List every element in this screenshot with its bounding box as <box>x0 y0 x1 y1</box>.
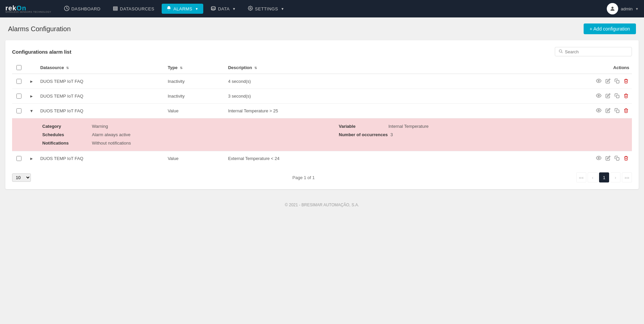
nav-data[interactable]: DATA ▼ <box>206 4 240 14</box>
col-header-type: Type ⇅ <box>165 62 225 74</box>
detail-occurrences: Number of occurrences 3 <box>339 132 625 137</box>
dashboard-icon <box>64 6 69 12</box>
delete-button[interactable] <box>623 78 629 85</box>
row-datasource: DUOS TEMP IoT FAQ <box>38 104 165 118</box>
nav-alarms[interactable]: ALARMS ▼ <box>162 4 203 14</box>
row-checkbox[interactable] <box>16 156 21 161</box>
footer-text: © 2021 - BRESIMAR AUTOMAÇÃO, S.A. <box>285 203 359 207</box>
alarms-icon <box>166 6 171 12</box>
last-page-button[interactable]: »» <box>622 172 632 182</box>
col-header-datasource: Datasource ⇅ <box>38 62 165 74</box>
alarms-table: Datasource ⇅ Type ⇅ Description ⇅ Action… <box>12 62 632 166</box>
svg-point-13 <box>598 110 599 111</box>
expand-button[interactable]: ► <box>28 78 35 85</box>
edit-button[interactable] <box>605 107 611 115</box>
table-row: ► DUOS TEMP IoT FAQ Inactivity 3 second(… <box>12 89 632 104</box>
notifications-label: Notifications <box>42 141 89 146</box>
expand-button[interactable]: ▼ <box>28 108 35 114</box>
table-body: ► DUOS TEMP IoT FAQ Inactivity 4 second(… <box>12 74 632 166</box>
svg-point-7 <box>559 50 562 52</box>
svg-rect-2 <box>113 8 117 9</box>
row-description: External Temperature < 24 <box>225 151 592 166</box>
nav-settings[interactable]: SETTINGS ▼ <box>243 4 289 14</box>
col-header-actions: Actions <box>592 62 632 74</box>
col-header-description: Description ⇅ <box>225 62 592 74</box>
svg-line-8 <box>561 52 562 53</box>
schedules-label: Schedules <box>42 132 89 137</box>
edit-button[interactable] <box>605 155 611 162</box>
svg-rect-14 <box>616 110 619 112</box>
nav-dashboard[interactable]: DASHBOARD <box>59 4 105 14</box>
nav-datasources[interactable]: DATASOURCES <box>108 4 159 14</box>
settings-icon <box>248 6 253 12</box>
row-type: Inactivity <box>165 89 225 104</box>
copy-button[interactable] <box>614 93 620 100</box>
svg-point-15 <box>598 157 599 159</box>
view-button[interactable] <box>595 155 602 162</box>
row-checkbox[interactable] <box>16 79 21 84</box>
svg-point-6 <box>611 7 613 9</box>
data-dropdown-icon: ▼ <box>232 7 236 11</box>
expanded-content: Category Warning Variable Internal Tempe… <box>12 118 632 151</box>
delete-button[interactable] <box>623 155 629 162</box>
search-input[interactable] <box>565 49 628 54</box>
copy-button[interactable] <box>614 107 620 115</box>
category-value: Warning <box>92 124 108 129</box>
user-dropdown-icon[interactable]: ▼ <box>635 7 639 11</box>
nav-dashboard-label: DASHBOARD <box>71 6 101 11</box>
row-checkbox[interactable] <box>16 94 21 99</box>
occurrences-label: Number of occurrences <box>339 132 388 137</box>
expanded-detail-row: Category Warning Variable Internal Tempe… <box>12 118 632 151</box>
schedules-value: Alarm always active <box>92 132 130 137</box>
svg-rect-1 <box>113 7 117 8</box>
alarms-dropdown-icon: ▼ <box>195 7 199 11</box>
category-label: Category <box>42 124 89 129</box>
search-icon <box>558 49 563 54</box>
table-row: ► DUOS TEMP IoT FAQ Inactivity 4 second(… <box>12 74 632 89</box>
select-all-checkbox[interactable] <box>16 65 21 70</box>
detail-variable: Variable Internal Temperature <box>339 124 625 129</box>
svg-point-4 <box>211 6 215 8</box>
page-1-button[interactable]: 1 <box>599 172 609 182</box>
expand-button[interactable]: ► <box>28 93 35 99</box>
next-page-button[interactable]: › <box>610 172 621 182</box>
copy-button[interactable] <box>614 155 620 162</box>
view-button[interactable] <box>595 77 602 85</box>
view-button[interactable] <box>595 92 602 100</box>
nav-alarms-label: ALARMS <box>173 6 192 11</box>
row-type: Value <box>165 151 225 166</box>
page-header: Alarms Configuration + Add configuration <box>0 17 644 40</box>
first-page-button[interactable]: «« <box>576 172 586 182</box>
svg-point-11 <box>598 95 599 96</box>
brand-logo: rekOn WIRELESS SENSORS TECHNOLOGY <box>5 4 51 13</box>
edit-button[interactable] <box>605 93 611 100</box>
copy-button[interactable] <box>614 78 620 85</box>
row-checkbox[interactable] <box>16 108 21 113</box>
nav-settings-label: SETTINGS <box>255 6 278 11</box>
view-button[interactable] <box>595 107 602 115</box>
detail-notifications: Notifications Without notifications <box>42 141 329 146</box>
row-description: 3 second(s) <box>225 89 592 104</box>
svg-rect-3 <box>113 9 117 10</box>
logo-subtitle: WIRELESS SENSORS TECHNOLOGY <box>5 11 51 13</box>
row-type: Value <box>165 104 225 118</box>
add-configuration-button[interactable]: + Add configuration <box>584 23 636 34</box>
delete-button[interactable] <box>623 93 629 100</box>
svg-rect-12 <box>616 95 619 98</box>
edit-button[interactable] <box>605 78 611 85</box>
section-header: Configurations alarm list <box>12 47 632 56</box>
delete-button[interactable] <box>623 107 629 115</box>
prev-page-button[interactable]: ‹ <box>588 172 598 182</box>
description-sort-icon[interactable]: ⇅ <box>254 66 257 70</box>
page-info: Page 1 of 1 <box>292 175 315 180</box>
data-icon <box>211 6 216 12</box>
page-title: Alarms Configuration <box>8 25 71 33</box>
user-name: admin <box>621 6 633 11</box>
expand-button[interactable]: ► <box>28 156 35 162</box>
search-box <box>555 47 632 56</box>
variable-label: Variable <box>339 124 386 129</box>
nav-data-label: DATA <box>218 6 230 11</box>
datasource-sort-icon[interactable]: ⇅ <box>66 66 69 70</box>
type-sort-icon[interactable]: ⇅ <box>180 66 182 70</box>
per-page-dropdown[interactable]: 10 25 50 100 <box>12 173 31 182</box>
